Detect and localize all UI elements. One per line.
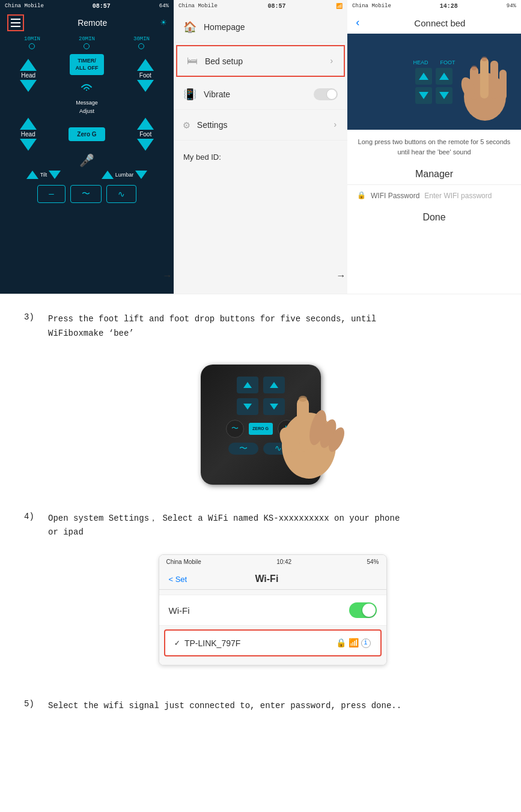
- settings-icon[interactable]: ☀: [160, 17, 166, 29]
- head-label-illus: HEAD: [413, 59, 428, 65]
- head-label: Head: [21, 72, 35, 79]
- status-bar-2: China Mobile 08:57 📶: [174, 0, 347, 12]
- checkmark-icon: ✓: [175, 638, 180, 648]
- menu-label-bed-setup: Bed setup: [205, 56, 322, 66]
- tilt-lumbar-row: Tilt Lumbar: [0, 168, 174, 181]
- head2-up-button[interactable]: [20, 118, 37, 130]
- manager-section: Manager: [347, 164, 521, 184]
- wifi-signal-icon: 📶: [349, 638, 359, 648]
- lumbar-up-button[interactable]: [102, 171, 114, 179]
- home-icon: 🏠: [183, 20, 197, 34]
- timer-20min[interactable]: 20MIN: [79, 36, 95, 49]
- screen3-header: ‹ Connect bed: [347, 12, 521, 34]
- vibrate-icon: 📳: [183, 88, 197, 101]
- chevron-right-icon: ›: [329, 56, 334, 66]
- wifi-back-button[interactable]: < Set: [169, 575, 187, 584]
- wave2-icon: ∿: [118, 189, 125, 199]
- wifi-screenshot: China Mobile 10:42 54% < Set Wi-Fi Wi-Fi: [159, 554, 387, 665]
- screenshots-row: China Mobile 08:57 64% Remote ☀ 10MIN 20…: [0, 0, 521, 294]
- instruction-line2-4: or ipad: [48, 527, 84, 537]
- head2-label: Head: [21, 131, 35, 138]
- foot2-up-button[interactable]: [137, 118, 154, 130]
- foot2-down-button[interactable]: [137, 139, 154, 151]
- wifi-network-name: TP-LINK_797F: [184, 638, 331, 648]
- zero-g-button[interactable]: Zero G: [69, 127, 105, 141]
- hand-illustration: HEAD FOOT: [347, 34, 521, 130]
- connect-bed-title: Connect bed: [366, 18, 514, 28]
- menu-label-settings: Settings: [197, 120, 326, 130]
- toggle-on-thumb: [362, 604, 376, 617]
- gear-icon: ⚙️: [183, 118, 190, 132]
- timer-label: 10MIN: [24, 36, 40, 42]
- wifi-icon: [78, 80, 96, 93]
- head-up-button[interactable]: [20, 59, 37, 71]
- instruction-num-3: 3): [24, 312, 48, 322]
- carrier-3: China Mobile: [352, 3, 391, 9]
- wifi-section: Wi-Fi ✓ TP-LINK_797F 🔒 📶 i: [159, 590, 386, 665]
- tilt-label: Tilt: [40, 172, 47, 178]
- timer-all-off-button[interactable]: TIMER/ ALL OFF: [70, 54, 105, 75]
- back-button[interactable]: ‹: [355, 17, 361, 29]
- tilt-down-button[interactable]: [49, 171, 61, 179]
- mic-icon[interactable]: 🎤: [0, 153, 174, 168]
- wave-preset-button[interactable]: 〜: [70, 185, 102, 203]
- wifi-screenshot-container: China Mobile 10:42 54% < Set Wi-Fi Wi-Fi: [48, 554, 497, 665]
- foot-up-button[interactable]: [137, 59, 154, 71]
- foot2-control: Foot: [137, 118, 154, 151]
- toggle-thumb: [326, 89, 337, 100]
- chevron-right-icon-2: ›: [333, 120, 338, 130]
- hamburger-line: [11, 26, 20, 27]
- timer-circle: [138, 43, 144, 49]
- triangle-up-icon: [243, 382, 252, 388]
- head-control: Head: [20, 59, 37, 92]
- arrow-right-2: →: [338, 271, 344, 282]
- instruction-line1-3: Press the foot lift and foot drop button…: [48, 314, 376, 324]
- wifi-toggle[interactable]: [349, 602, 377, 618]
- timer-10min[interactable]: 10MIN: [24, 36, 40, 49]
- menu-item-settings[interactable]: ⚙️ Settings ›: [174, 110, 347, 141]
- flat-preset-button[interactable]: —: [37, 185, 65, 203]
- done-button[interactable]: Done: [422, 212, 445, 222]
- wave2-preset-button[interactable]: ∿: [106, 185, 136, 203]
- top-controls: Head TIMER/ ALL OFF Foot: [0, 52, 174, 98]
- head-down-button[interactable]: [20, 80, 37, 92]
- wifi-password-label: WIFI Password: [371, 192, 419, 200]
- lock-icon: 🔒: [357, 191, 366, 200]
- svg-rect-3: [490, 61, 498, 98]
- menu-item-bed-setup[interactable]: 🛏 Bed setup ›: [176, 45, 345, 77]
- instruction-4: 4) Open system Settings， Select a WiFi n…: [24, 512, 497, 541]
- carrier-2: China Mobile: [178, 3, 218, 9]
- foot-down-button[interactable]: [137, 80, 154, 92]
- bed-id-label: My bed ID:: [183, 153, 221, 162]
- instruction-text-3: Press the foot lift and foot drop button…: [48, 312, 376, 341]
- timer-30min[interactable]: 30MIN: [133, 36, 150, 49]
- time-2: 08:57: [267, 3, 285, 10]
- wifi-password-input[interactable]: Enter WIFI password: [424, 192, 511, 200]
- lumbar-down-button[interactable]: [135, 171, 147, 179]
- foot-control: Foot: [137, 59, 154, 92]
- wave-icon: 〜: [82, 189, 90, 199]
- menu-item-vibrate[interactable]: 📳 Vibrate: [174, 79, 347, 110]
- head2-down-button[interactable]: [20, 139, 37, 151]
- hamburger-button[interactable]: [7, 14, 24, 31]
- wifi-nav-bar: < Set Wi-Fi: [159, 569, 386, 590]
- svg-point-7: [481, 56, 487, 61]
- menu-item-homepage[interactable]: 🏠 Homepage: [174, 12, 347, 43]
- lock-icon-wifi: 🔒: [336, 638, 346, 648]
- tilt-up-button[interactable]: [26, 171, 38, 179]
- foot-label: Foot: [139, 72, 151, 79]
- screen-menu: China Mobile 08:57 📶 🏠 Homepage 🛏 Bed se…: [174, 0, 347, 294]
- screen-title: Remote: [78, 18, 107, 28]
- info-icon: i: [361, 638, 371, 648]
- flat-icon: —: [49, 189, 53, 199]
- instruction-num-4: 4): [24, 512, 48, 521]
- instruction-text-4: Open system Settings， Select a WiFi name…: [48, 512, 400, 541]
- screen-remote: China Mobile 08:57 64% Remote ☀ 10MIN 20…: [0, 0, 174, 294]
- head2-control: Head: [20, 118, 37, 151]
- vibrate-toggle[interactable]: [314, 88, 338, 100]
- main-content: 3) Press the foot lift and foot drop but…: [0, 294, 521, 693]
- remote-circle-btn-1: 〜: [226, 420, 244, 438]
- menu-label-vibrate: Vibrate: [204, 89, 306, 99]
- instruction-line2-3: WiFiboxmake ‘bee’: [48, 329, 134, 338]
- wifi-network-row[interactable]: ✓ TP-LINK_797F 🔒 📶 i: [164, 629, 382, 656]
